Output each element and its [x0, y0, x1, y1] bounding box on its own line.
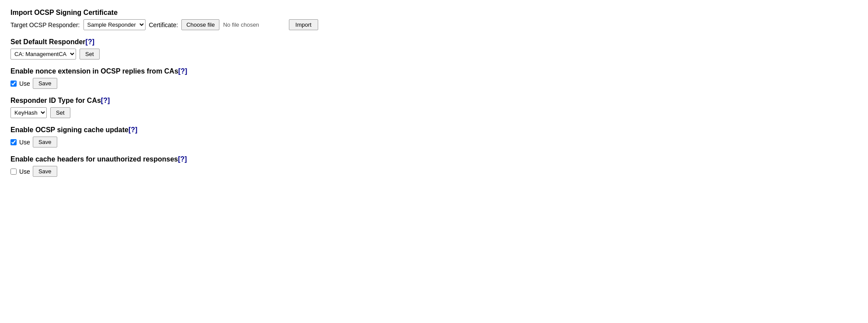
cache-update-use-label: Use [19, 139, 30, 146]
enable-nonce-controls: Use Save [10, 78, 858, 89]
enable-nonce-title: Enable nonce extension in OCSP replies f… [10, 67, 858, 75]
responder-id-help-link[interactable]: [?] [101, 97, 110, 104]
choose-file-button[interactable]: Choose file [181, 19, 219, 30]
set-default-help-link[interactable]: [?] [86, 38, 94, 46]
enable-cache-update-help-link[interactable]: [?] [128, 126, 137, 133]
enable-cache-headers-title: Enable cache headers for unauthorized re… [10, 155, 858, 163]
cache-headers-checkbox[interactable] [10, 169, 17, 175]
enable-cache-headers-help-link[interactable]: [?] [178, 155, 187, 163]
nonce-use-label: Use [19, 80, 30, 87]
responder-id-section: Responder ID Type for CAs[?] KeyHash Nam… [10, 97, 858, 118]
set-default-title: Set Default Responder[?] [10, 38, 858, 46]
nonce-checkbox[interactable] [10, 81, 17, 87]
responder-id-title: Responder ID Type for CAs[?] [10, 97, 858, 105]
responder-id-title-text: Responder ID Type for CAs [10, 97, 101, 104]
cache-headers-use-label: Use [19, 168, 30, 175]
set-default-button[interactable]: Set [80, 49, 100, 60]
enable-cache-update-title-text: Enable OCSP signing cache update [10, 126, 128, 133]
set-default-section: Set Default Responder[?] CA: ManagementC… [10, 38, 858, 60]
import-button[interactable]: Import [289, 19, 318, 30]
certificate-label: Certificate: [149, 21, 178, 28]
ca-select[interactable]: CA: ManagementCA [10, 49, 76, 60]
enable-cache-update-controls: Use Save [10, 137, 858, 147]
enable-cache-headers-section: Enable cache headers for unauthorized re… [10, 155, 858, 177]
import-ocsp-title-text: Import OCSP Signing Certificate [10, 9, 118, 16]
responder-id-set-button[interactable]: Set [50, 107, 70, 118]
cache-update-save-button[interactable]: Save [33, 137, 57, 147]
enable-cache-headers-controls: Use Save [10, 166, 858, 177]
enable-cache-update-title: Enable OCSP signing cache update[?] [10, 126, 858, 134]
cache-update-checkbox[interactable] [10, 139, 17, 145]
file-input-wrapper: Choose file No file chosen [181, 19, 259, 30]
enable-cache-headers-title-text: Enable cache headers for unauthorized re… [10, 155, 178, 163]
import-ocsp-title: Import OCSP Signing Certificate [10, 9, 858, 17]
responder-id-controls: KeyHash Name Set [10, 107, 858, 118]
responder-id-type-select[interactable]: KeyHash Name [10, 107, 47, 118]
target-label: Target OCSP Responder: [10, 21, 80, 28]
no-file-text: No file chosen [223, 21, 259, 28]
set-default-controls: CA: ManagementCA Set [10, 49, 858, 60]
set-default-title-text: Set Default Responder [10, 38, 86, 46]
enable-nonce-help-link[interactable]: [?] [178, 67, 187, 75]
enable-cache-update-section: Enable OCSP signing cache update[?] Use … [10, 126, 858, 147]
target-responder-select[interactable]: Sample Responder [83, 19, 146, 30]
enable-nonce-title-text: Enable nonce extension in OCSP replies f… [10, 67, 178, 75]
import-ocsp-section: Import OCSP Signing Certificate Target O… [10, 9, 858, 30]
import-ocsp-controls: Target OCSP Responder: Sample Responder … [10, 19, 858, 30]
cache-headers-save-button[interactable]: Save [33, 166, 57, 177]
enable-nonce-section: Enable nonce extension in OCSP replies f… [10, 67, 858, 89]
nonce-save-button[interactable]: Save [33, 78, 57, 89]
